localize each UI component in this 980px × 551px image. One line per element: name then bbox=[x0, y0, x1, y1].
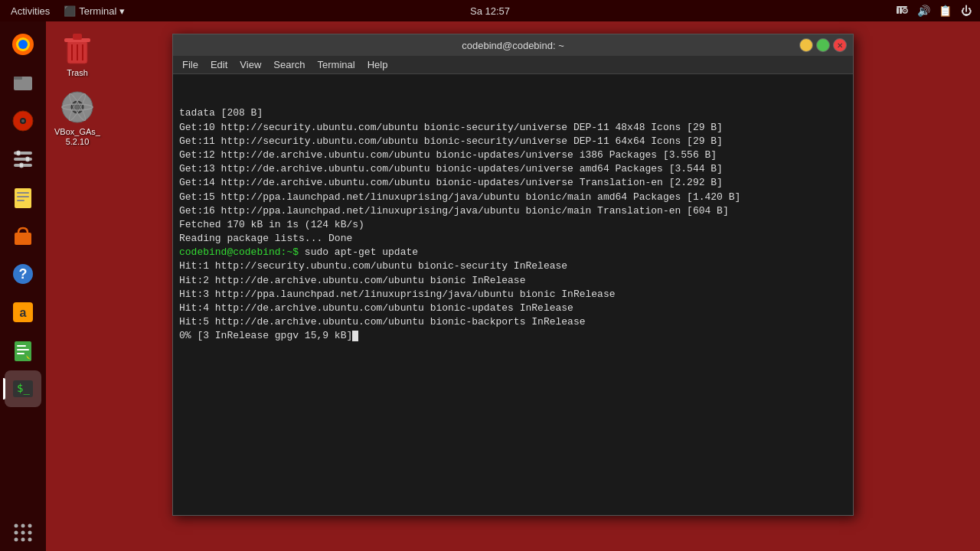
minimize-button[interactable] bbox=[799, 38, 813, 52]
command-text: sudo apt-get update bbox=[299, 246, 418, 258]
topbar-left: Activities ⬛ Terminal ▾ bbox=[6, 4, 125, 18]
menu-help[interactable]: Help bbox=[361, 57, 394, 72]
menu-edit[interactable]: Edit bbox=[204, 57, 234, 72]
clipboard-icon[interactable]: 📋 bbox=[937, 3, 952, 18]
terminal-titlebar[interactable]: codebind@codebind: ~ ✕ bbox=[173, 34, 853, 56]
menu-file[interactable]: File bbox=[176, 57, 204, 72]
volume-icon[interactable]: 🔊 bbox=[916, 3, 931, 18]
terminal-output-line: Hit:5 http://de.archive.ubuntu.com/ubunt… bbox=[179, 315, 847, 329]
terminal-body[interactable]: tadata [208 B]Get:10 http://security.ubu… bbox=[173, 74, 853, 515]
svg-point-39 bbox=[28, 531, 32, 535]
terminal-output-line: Hit:2 http://de.archive.ubuntu.com/ubunt… bbox=[179, 274, 847, 288]
taskbar-item-scratch[interactable] bbox=[5, 332, 41, 369]
vboxgas-label: VBox_GAs_ 5.2.10 bbox=[54, 127, 100, 147]
maximize-button[interactable] bbox=[816, 38, 830, 52]
svg-point-41 bbox=[21, 538, 25, 542]
svg-point-34 bbox=[15, 524, 18, 528]
svg-rect-29 bbox=[17, 345, 26, 347]
terminal-window: codebind@codebind: ~ ✕ File Edit View Se… bbox=[172, 34, 854, 516]
svg-rect-9 bbox=[14, 77, 22, 80]
svg-point-7 bbox=[18, 40, 28, 49]
terminal-line: Get:14 http://de.archive.ubuntu.com/ubun… bbox=[179, 176, 847, 190]
terminal-line: tadata [208 B] bbox=[179, 106, 847, 120]
terminal-line: Fetched 170 kB in 1s (124 kB/s) bbox=[179, 218, 847, 232]
menu-search[interactable]: Search bbox=[267, 57, 311, 72]
terminal-line: Get:11 http://security.ubuntu.com/ubuntu… bbox=[179, 135, 847, 148]
taskbar: ? a $_ bbox=[0, 21, 46, 551]
trash-label: Trash bbox=[67, 68, 88, 78]
terminal-line: Get:16 http://ppa.launchpad.net/linuxupr… bbox=[179, 204, 847, 218]
activities-button[interactable]: Activities bbox=[6, 4, 54, 18]
svg-point-17 bbox=[25, 157, 30, 161]
taskbar-item-amazon[interactable]: a bbox=[5, 294, 41, 331]
power-icon[interactable]: ⏻ bbox=[959, 3, 974, 18]
desktop-icon-vboxgas[interactable]: VBox_GAs_ 5.2.10 bbox=[50, 86, 105, 150]
terminal-line: Get:12 http://de.archive.ubuntu.com/ubun… bbox=[179, 148, 847, 162]
topbar-datetime: Sa 12:57 bbox=[470, 5, 510, 17]
terminal-cursor bbox=[352, 331, 358, 341]
svg-point-37 bbox=[15, 531, 18, 535]
terminal-menubar: File Edit View Search Terminal Help bbox=[173, 56, 853, 74]
terminal-prompt-line: codebind@codebind:~$ sudo apt-get update bbox=[179, 246, 847, 259]
taskbar-item-help[interactable]: ? bbox=[5, 256, 41, 292]
svg-point-18 bbox=[19, 163, 24, 168]
svg-rect-31 bbox=[17, 353, 24, 354]
terminal-indicator[interactable]: ⬛ Terminal ▾ bbox=[64, 5, 125, 17]
taskbar-item-apps[interactable] bbox=[5, 514, 41, 551]
svg-point-12 bbox=[21, 119, 24, 122]
desktop-icon-trash[interactable]: Trash bbox=[50, 27, 105, 81]
svg-rect-1 bbox=[900, 8, 902, 14]
svg-point-4 bbox=[904, 10, 906, 11]
topbar: Activities ⬛ Terminal ▾ Sa 12:57 🔊 📋 ⏻ bbox=[0, 0, 980, 21]
svg-point-42 bbox=[28, 538, 32, 542]
terminal-output-line: Hit:4 http://de.archive.ubuntu.com/ubunt… bbox=[179, 302, 847, 315]
svg-text:a: a bbox=[20, 306, 27, 319]
window-controls: ✕ bbox=[799, 38, 847, 52]
network-icon[interactable] bbox=[894, 3, 910, 18]
svg-point-38 bbox=[21, 531, 25, 535]
terminal-current-line: 0% [3 InRelease gpgv 15,9 kB] bbox=[179, 329, 847, 343]
terminal-line: Reading package lists... Done bbox=[179, 232, 847, 246]
prompt-user: codebind@codebind:~$ bbox=[179, 246, 299, 258]
svg-rect-23 bbox=[15, 233, 31, 245]
svg-point-36 bbox=[28, 524, 32, 528]
svg-rect-21 bbox=[17, 196, 29, 197]
taskbar-item-files[interactable] bbox=[5, 64, 41, 101]
svg-rect-45 bbox=[73, 34, 82, 40]
terminal-output-line: Hit:1 http://security.ubuntu.com/ubuntu … bbox=[179, 259, 847, 273]
taskbar-item-store[interactable] bbox=[5, 217, 41, 254]
svg-rect-19 bbox=[15, 188, 31, 208]
taskbar-item-settings[interactable] bbox=[5, 141, 41, 178]
terminal-title: codebind@codebind: ~ bbox=[462, 40, 564, 51]
svg-point-35 bbox=[21, 524, 25, 528]
terminal-line: Get:13 http://de.archive.ubuntu.com/ubun… bbox=[179, 162, 847, 176]
svg-rect-0 bbox=[897, 8, 899, 14]
svg-rect-22 bbox=[17, 200, 24, 201]
svg-rect-2 bbox=[897, 6, 907, 8]
terminal-line: Get:10 http://security.ubuntu.com/ubuntu… bbox=[179, 121, 847, 135]
taskbar-item-terminal[interactable]: $_ bbox=[5, 370, 41, 407]
taskbar-item-firefox[interactable] bbox=[5, 26, 41, 63]
svg-rect-30 bbox=[17, 349, 29, 350]
desktop-icons: Trash VBox_GAs_ 5.2.10 bbox=[50, 27, 105, 151]
menu-terminal[interactable]: Terminal bbox=[312, 57, 361, 72]
menu-view[interactable]: View bbox=[234, 57, 267, 72]
svg-text:$_: $_ bbox=[17, 382, 30, 395]
svg-rect-20 bbox=[17, 192, 29, 194]
svg-text:?: ? bbox=[19, 266, 28, 282]
close-button[interactable]: ✕ bbox=[833, 38, 847, 52]
taskbar-item-cdrom[interactable] bbox=[5, 103, 41, 139]
svg-point-40 bbox=[15, 538, 18, 542]
topbar-right: 🔊 📋 ⏻ bbox=[894, 3, 974, 18]
svg-point-51 bbox=[75, 105, 80, 109]
taskbar-item-notes[interactable] bbox=[5, 179, 41, 216]
svg-point-16 bbox=[16, 151, 21, 155]
terminal-output-line: Hit:3 http://ppa.launchpad.net/linuxupri… bbox=[179, 288, 847, 302]
terminal-line: Get:15 http://ppa.launchpad.net/linuxupr… bbox=[179, 191, 847, 204]
